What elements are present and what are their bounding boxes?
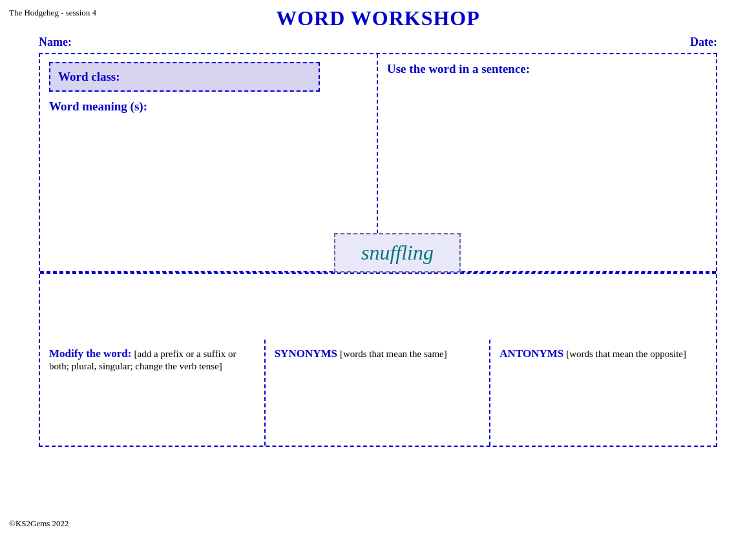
center-word-box: snuffling	[334, 233, 461, 272]
word-meaning-label: Word meaning (s):	[49, 99, 368, 114]
use-word-label: Use the word in a sentence:	[387, 62, 707, 76]
word-class-box: Word class:	[49, 62, 320, 92]
center-word: snuffling	[361, 241, 434, 264]
cell-top-left: Word class: Word meaning (s): snuffling	[40, 54, 378, 272]
synonyms-sublabel: [words that mean the same]	[340, 349, 447, 359]
antonyms-label: ANTONYMS	[499, 347, 563, 360]
cell-antonyms: ANTONYMS [words that mean the opposite]	[490, 340, 716, 446]
footer: ©KS2Gems 2022	[9, 519, 69, 529]
name-date-row: Name: Date:	[0, 30, 756, 53]
cell-modify: Modify the word: [add a prefix or a suff…	[40, 340, 266, 446]
antonyms-sublabel: [words that mean the opposite]	[566, 349, 686, 359]
word-class-label: Word class:	[58, 70, 120, 83]
session-label: The Hodgeheg - session 4	[9, 8, 96, 18]
synonyms-label: SYNONYMS	[275, 347, 337, 360]
name-label: Name:	[39, 36, 72, 49]
page-title: WORD WORKSHOP	[0, 0, 756, 30]
cell-synonyms: SYNONYMS [words that mean the same]	[266, 340, 491, 446]
modify-label: Modify the word:	[49, 347, 131, 360]
cell-bottom-row: Modify the word: [add a prefix or a suff…	[40, 340, 716, 446]
main-grid: Word class: Word meaning (s): snuffling …	[39, 53, 717, 447]
date-label: Date:	[690, 36, 717, 49]
